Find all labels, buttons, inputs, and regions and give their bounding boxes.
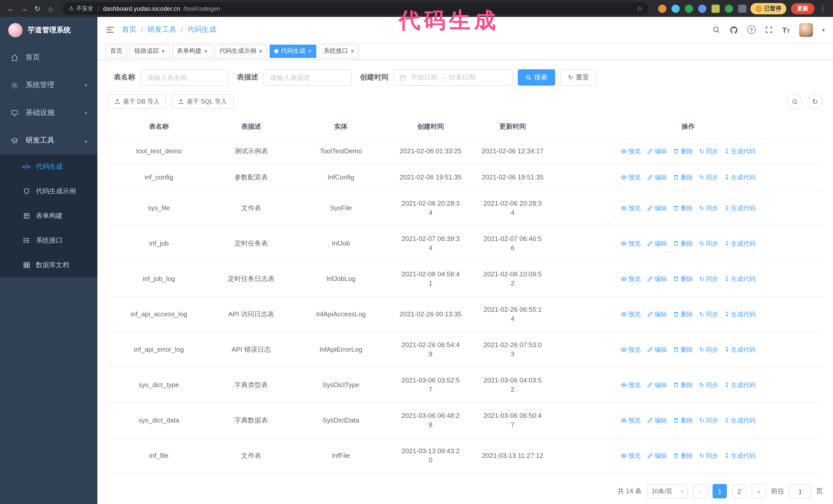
generate-code-link[interactable]: ↧ 生成代码	[724, 274, 756, 284]
search-icon[interactable]	[712, 26, 720, 34]
table-name-input[interactable]	[140, 69, 229, 86]
close-icon[interactable]: ×	[308, 48, 312, 54]
edit-link[interactable]: 编辑	[647, 380, 667, 390]
preview-link[interactable]: 预览	[621, 239, 641, 248]
page-size-select[interactable]: 10条/页 ▾	[647, 484, 688, 498]
tab[interactable]: 代码生成 ×	[270, 44, 316, 58]
edit-link[interactable]: 编辑	[647, 147, 667, 156]
preview-link[interactable]: 预览	[621, 416, 641, 425]
delete-link[interactable]: 删除	[673, 274, 693, 284]
preview-link[interactable]: 预览	[621, 451, 641, 460]
extension-icon[interactable]	[671, 4, 680, 13]
sidebar-item-home[interactable]: 首页	[0, 44, 97, 71]
sync-link[interactable]: ↻ 同步	[699, 147, 718, 156]
sync-link[interactable]: ↻ 同步	[699, 451, 718, 460]
sidebar-item-api[interactable]: 系统接口	[0, 228, 97, 253]
close-icon[interactable]: ×	[351, 48, 354, 54]
extension-icon[interactable]	[712, 4, 720, 13]
security-warning[interactable]: ⚠ 不安全	[69, 5, 93, 12]
sync-link[interactable]: ↻ 同步	[699, 345, 718, 354]
delete-link[interactable]: 删除	[673, 380, 693, 390]
sync-link[interactable]: ↻ 同步	[699, 310, 718, 319]
close-icon[interactable]: ×	[204, 48, 208, 54]
edit-link[interactable]: 编辑	[647, 173, 667, 182]
preview-link[interactable]: 预览	[621, 274, 641, 284]
page-number-button[interactable]: 1	[713, 484, 727, 498]
sync-link[interactable]: ↻ 同步	[699, 203, 718, 213]
preview-link[interactable]: 预览	[621, 310, 641, 319]
browser-forward-button[interactable]: →	[18, 2, 31, 15]
extension-icon[interactable]	[698, 4, 706, 13]
fullscreen-icon[interactable]	[765, 26, 773, 34]
import-sql-button[interactable]: 基于 SQL 导入	[171, 94, 234, 109]
breadcrumb-item[interactable]: 研发工具	[148, 25, 176, 34]
date-range-picker[interactable]: 开始日期 - 结束日期	[394, 69, 513, 86]
edit-link[interactable]: 编辑	[647, 274, 667, 284]
profile-paused-badge[interactable]: 已暂停	[751, 3, 786, 14]
import-db-button[interactable]: 基于 DB 导入	[108, 94, 166, 109]
preview-link[interactable]: 预览	[621, 147, 641, 156]
sidebar-item-db-doc[interactable]: 数据库文档	[0, 253, 97, 278]
bookmark-star-icon[interactable]: ☆	[636, 4, 643, 13]
sidebar-item-codegen-example[interactable]: 代码生成示例	[0, 179, 97, 203]
user-avatar[interactable]	[799, 23, 813, 37]
generate-code-link[interactable]: ↧ 生成代码	[724, 451, 756, 460]
tab[interactable]: 表单构建 ×	[172, 44, 212, 58]
generate-code-link[interactable]: ↧ 生成代码	[724, 310, 756, 319]
edit-link[interactable]: 编辑	[647, 416, 667, 425]
prev-page-button[interactable]: ‹	[693, 484, 708, 498]
delete-link[interactable]: 删除	[673, 451, 693, 460]
extension-icon[interactable]	[658, 4, 666, 13]
github-icon[interactable]	[729, 25, 738, 34]
sync-link[interactable]: ↻ 同步	[699, 173, 718, 182]
edit-link[interactable]: 编辑	[647, 345, 667, 354]
browser-menu-icon[interactable]: ⋮	[816, 4, 829, 13]
avatar-caret-icon[interactable]: ▾	[822, 27, 825, 32]
sidebar-item-dev-tools[interactable]: 研发工具 ▴	[0, 127, 97, 154]
font-size-icon[interactable]: TT	[782, 25, 790, 34]
generate-code-link[interactable]: ↧ 生成代码	[724, 173, 756, 182]
generate-code-link[interactable]: ↧ 生成代码	[724, 147, 756, 156]
browser-home-button[interactable]: ⌂	[44, 2, 57, 15]
generate-code-link[interactable]: ↧ 生成代码	[724, 239, 756, 248]
generate-code-link[interactable]: ↧ 生成代码	[724, 380, 756, 390]
sync-link[interactable]: ↻ 同步	[699, 239, 718, 248]
sidebar-item-infra[interactable]: 基础设施 ▾	[0, 99, 97, 127]
browser-reload-button[interactable]: ↻	[31, 2, 44, 15]
sync-link[interactable]: ↻ 同步	[699, 274, 718, 284]
preview-link[interactable]: 预览	[621, 380, 641, 390]
toggle-search-button[interactable]	[787, 94, 802, 109]
help-icon[interactable]: ?	[747, 26, 755, 34]
delete-link[interactable]: 删除	[673, 203, 693, 213]
tab[interactable]: 代码生成示例 ×	[215, 44, 267, 58]
sync-link[interactable]: ↻ 同步	[699, 380, 718, 390]
sidebar-item-codegen[interactable]: </> 代码生成	[0, 154, 97, 179]
sync-link[interactable]: ↻ 同步	[699, 416, 718, 425]
delete-link[interactable]: 删除	[673, 147, 693, 156]
generate-code-link[interactable]: ↧ 生成代码	[724, 416, 756, 425]
tab[interactable]: 链路追踪 ×	[130, 44, 170, 58]
edit-link[interactable]: 编辑	[647, 203, 667, 213]
delete-link[interactable]: 删除	[673, 239, 693, 248]
delete-link[interactable]: 删除	[673, 416, 693, 425]
preview-link[interactable]: 预览	[621, 345, 641, 354]
edit-link[interactable]: 编辑	[647, 451, 667, 460]
browser-update-button[interactable]: 更新	[791, 3, 814, 14]
preview-link[interactable]: 预览	[621, 203, 641, 213]
page-number-button[interactable]: 2	[732, 484, 746, 498]
close-icon[interactable]: ×	[162, 48, 165, 54]
puzzle-extension-icon[interactable]	[738, 4, 746, 13]
hamburger-icon[interactable]	[105, 25, 115, 34]
tab[interactable]: 首页 ×	[105, 44, 127, 58]
preview-link[interactable]: 预览	[621, 173, 641, 182]
refresh-table-button[interactable]: ↻	[807, 94, 823, 109]
search-button[interactable]: 搜索	[518, 69, 555, 86]
extension-icon[interactable]	[725, 4, 733, 13]
table-desc-input[interactable]	[263, 69, 352, 86]
generate-code-link[interactable]: ↧ 生成代码	[724, 203, 756, 213]
browser-back-button[interactable]: ←	[4, 2, 18, 15]
breadcrumb-item[interactable]: 代码生成	[188, 25, 216, 34]
delete-link[interactable]: 删除	[673, 173, 693, 182]
delete-link[interactable]: 删除	[673, 345, 693, 354]
tab[interactable]: 系统接口 ×	[319, 44, 359, 58]
